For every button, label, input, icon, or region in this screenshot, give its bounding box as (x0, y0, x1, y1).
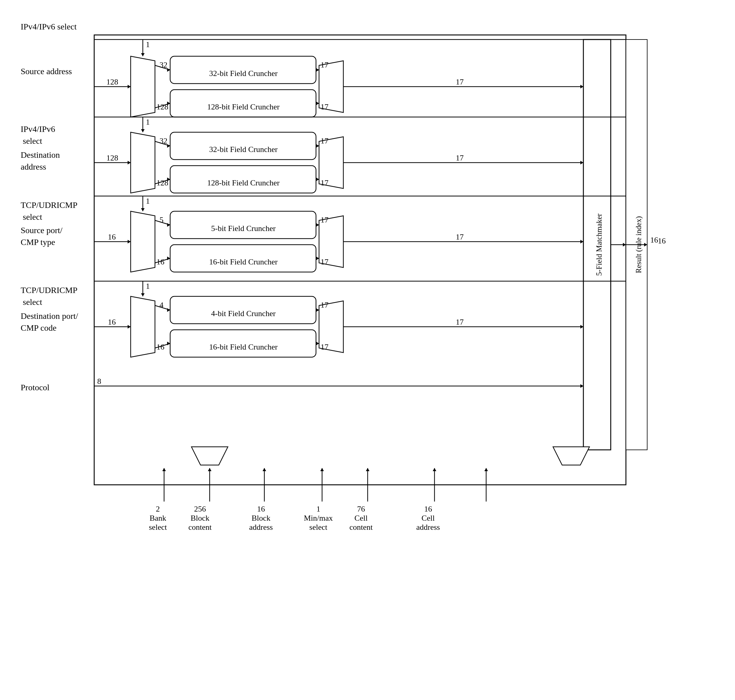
svg-marker-75 (580, 240, 583, 243)
bank-select-label: 2Bankselect (149, 504, 167, 532)
svg-marker-34 (128, 161, 131, 165)
svg-marker-124 (366, 468, 370, 471)
svg-rect-1 (583, 40, 611, 450)
tcp-udricmp-select-label-2: TCP/UDRICMP select (21, 284, 78, 308)
svg-text:17: 17 (321, 257, 329, 266)
svg-text:17: 17 (456, 232, 464, 241)
svg-line-62 (155, 221, 170, 225)
svg-marker-86 (128, 325, 131, 329)
svg-marker-43 (316, 144, 319, 148)
source-address-label: Source address (21, 65, 72, 77)
svg-marker-126 (484, 468, 488, 471)
svg-text:5-Field Matchmaker: 5-Field Matchmaker (595, 213, 603, 276)
svg-marker-66 (167, 257, 170, 260)
svg-text:17: 17 (321, 301, 329, 309)
source-port-label: Source port/CMP type (21, 224, 63, 248)
svg-text:17: 17 (321, 178, 329, 187)
cell-address-label: 16Celladdress (416, 504, 440, 532)
svg-text:32: 32 (160, 137, 167, 145)
fc-box-128bit-2: 128-bit Field Cruncher (171, 170, 316, 196)
svg-text:4: 4 (160, 301, 163, 309)
svg-text:17: 17 (321, 343, 329, 351)
svg-text:16: 16 (157, 343, 164, 351)
svg-marker-57 (131, 211, 155, 272)
svg-marker-31 (131, 132, 155, 193)
svg-marker-120 (162, 468, 166, 471)
ipv4-ipv6-select-label-1: IPv4/IPv6 select (21, 21, 76, 32)
cell-content-label: 76Cellcontent (349, 504, 373, 532)
svg-text:17: 17 (321, 60, 329, 69)
min-max-select-label: 1Min/maxselect (304, 504, 333, 532)
svg-text:128: 128 (106, 78, 118, 86)
svg-text:1: 1 (146, 118, 150, 126)
svg-text:128: 128 (157, 103, 168, 111)
svg-text:8: 8 (97, 377, 101, 386)
svg-line-36 (155, 141, 170, 146)
fc-box-5bit: 5-bit Field Cruncher (171, 215, 316, 242)
svg-marker-14 (167, 101, 170, 105)
fc-box-16bit-1: 16-bit Field Cruncher (171, 249, 316, 275)
svg-marker-135 (644, 243, 647, 247)
svg-text:17: 17 (321, 216, 329, 224)
svg-marker-6 (319, 61, 343, 112)
svg-marker-11 (167, 68, 170, 72)
svg-text:32: 32 (160, 60, 167, 69)
svg-marker-58 (319, 216, 343, 268)
svg-marker-5 (131, 56, 155, 117)
svg-marker-125 (433, 468, 436, 471)
protocol-label: Protocol (21, 381, 50, 393)
svg-marker-84 (319, 301, 343, 353)
svg-marker-140 (623, 243, 626, 247)
svg-marker-83 (131, 296, 155, 357)
tcp-udricmp-select-label-1: TCP/UDRICMP select (21, 199, 78, 223)
svg-marker-101 (580, 325, 583, 329)
svg-text:Result (rule index): Result (rule index) (634, 216, 643, 273)
svg-marker-98 (316, 342, 319, 345)
svg-text:17: 17 (456, 318, 464, 326)
block-address-label: 16Blockaddress (249, 504, 273, 532)
svg-marker-23 (580, 85, 583, 88)
svg-marker-37 (167, 144, 170, 148)
svg-marker-8 (128, 85, 131, 88)
svg-line-39 (155, 179, 170, 184)
fc-box-32bit-2: 32-bit Field Cruncher (171, 136, 316, 163)
svg-text:1: 1 (146, 197, 150, 206)
svg-text:16: 16 (108, 232, 116, 241)
svg-marker-111 (553, 447, 590, 465)
svg-marker-17 (316, 68, 319, 72)
svg-marker-121 (208, 468, 211, 471)
svg-marker-89 (167, 308, 170, 312)
svg-rect-2 (626, 40, 647, 450)
svg-line-88 (155, 306, 170, 310)
svg-text:16: 16 (108, 318, 116, 326)
svg-text:17: 17 (321, 103, 329, 111)
svg-marker-123 (320, 468, 324, 471)
svg-text:128: 128 (157, 178, 168, 187)
block-content-label: 256Blockcontent (188, 504, 212, 532)
svg-marker-40 (167, 178, 170, 181)
svg-text:17: 17 (321, 137, 329, 145)
result-number: 16 (658, 237, 666, 246)
fc-box-16bit-2: 16-bit Field Cruncher (171, 334, 316, 360)
ipv4-ipv6-select-label-2: IPv4/IPv6 select (21, 123, 55, 147)
svg-marker-46 (316, 178, 319, 181)
svg-marker-105 (141, 293, 145, 296)
svg-text:128: 128 (106, 153, 118, 162)
destination-port-label: Destination port/CMP code (21, 310, 78, 334)
svg-text:1: 1 (146, 40, 150, 49)
svg-text:17: 17 (456, 78, 464, 86)
svg-marker-60 (128, 240, 131, 243)
svg-line-91 (155, 343, 170, 348)
svg-text:16: 16 (157, 257, 164, 266)
svg-text:17: 17 (456, 153, 464, 162)
svg-marker-49 (580, 161, 583, 165)
svg-marker-63 (167, 223, 170, 227)
svg-marker-108 (580, 384, 583, 388)
svg-marker-53 (141, 129, 145, 132)
svg-marker-79 (141, 208, 145, 211)
svg-line-10 (155, 65, 170, 70)
svg-text:5: 5 (160, 216, 163, 224)
svg-marker-69 (316, 223, 319, 227)
svg-marker-92 (167, 342, 170, 345)
svg-marker-20 (316, 101, 319, 105)
